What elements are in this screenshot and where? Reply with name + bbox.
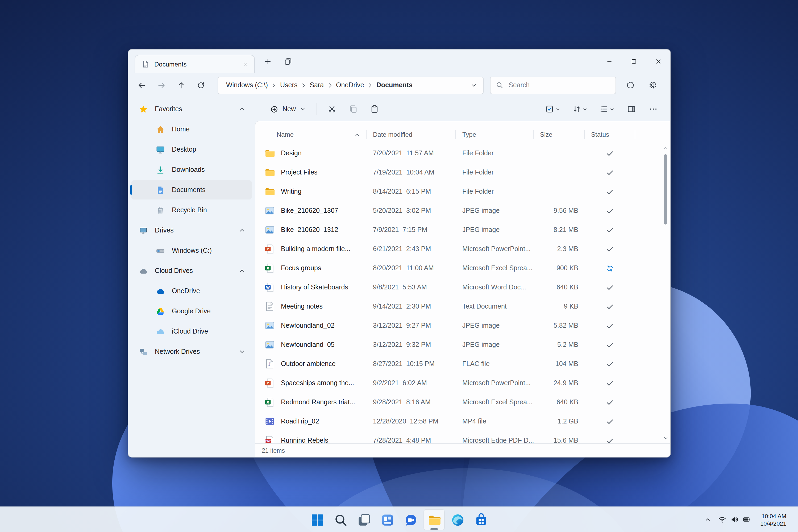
file-row-design[interactable]: Design7/20/2021 11:57 AMFile Folder [262, 144, 670, 163]
sort-icon [572, 105, 581, 113]
sidebar-item-recycle-bin[interactable]: Recycle Bin [131, 201, 252, 220]
sync-status-button[interactable] [621, 76, 640, 94]
scroll-down-button[interactable] [663, 435, 669, 441]
file-size [534, 163, 585, 182]
column-header-label: Status [591, 131, 609, 138]
sidebar-item-downloads[interactable]: Downloads [131, 160, 252, 179]
check-icon [606, 207, 614, 215]
sidebar-item-windows-c[interactable]: Windows (C:) [131, 241, 252, 260]
file-row-project-files[interactable]: Project Files7/19/2021 10:04 AMFile Fold… [262, 163, 670, 182]
volume-icon [730, 515, 738, 524]
tray-status-group[interactable] [715, 510, 754, 529]
address-dropdown-button[interactable] [467, 79, 480, 92]
chat-button[interactable] [400, 509, 421, 530]
maximize-button[interactable] [621, 50, 646, 73]
file-type: Microsoft Word Doc... [456, 278, 534, 297]
vertical-scrollbar[interactable] [662, 145, 669, 441]
file-row-meeting-notes[interactable]: Meeting notes9/14/2021 2:30 PMText Docum… [262, 297, 670, 316]
crumb-chevron-icon [301, 82, 306, 88]
up-button[interactable] [172, 76, 190, 94]
sidebar-section-cloud-drives[interactable]: Cloud Drives [131, 261, 252, 280]
close-button[interactable] [646, 50, 670, 73]
scrollbar-track[interactable] [662, 151, 669, 435]
refresh-button[interactable] [191, 76, 210, 94]
file-row-newfoundland-05[interactable]: Newfoundland_053/12/2021 9:32 PMJPEG ima… [262, 335, 670, 354]
widgets-button[interactable] [377, 509, 398, 530]
back-button[interactable] [132, 76, 151, 94]
scrollbar-thumb[interactable] [664, 154, 667, 225]
tab-close-button[interactable] [240, 58, 251, 70]
breadcrumb-segment-sara[interactable]: Sara [307, 80, 326, 90]
scroll-up-button[interactable] [663, 145, 669, 151]
file-status [585, 201, 635, 220]
excel-icon: X [264, 263, 275, 273]
hidden-icons-button[interactable] [702, 510, 714, 529]
new-button[interactable]: New [264, 100, 311, 118]
column-header-status[interactable]: Status [585, 129, 635, 140]
file-row-bike-210620-1307[interactable]: Bike_210620_13075/20/2021 3:02 PMJPEG im… [262, 201, 670, 220]
file-row-roadtrip-02[interactable]: RoadTrip_0212/28/2020 12:58 PMMP4 file1.… [262, 412, 670, 431]
tab-actions-button[interactable] [280, 54, 295, 69]
file-explorer-button[interactable] [423, 509, 445, 530]
file-row-writing[interactable]: Writing8/14/2021 6:15 PMFile Folder [262, 182, 670, 201]
file-type: File Folder [456, 144, 534, 163]
new-tab-button[interactable] [260, 54, 275, 69]
breadcrumb-segment-documents[interactable]: Documents [374, 80, 415, 90]
column-header-date-modified[interactable]: Date modified [366, 129, 456, 140]
sidebar-item-onedrive[interactable]: OneDrive [131, 281, 252, 301]
sort-button[interactable] [568, 100, 592, 118]
details-pane-button[interactable] [622, 100, 641, 118]
sidebar-item-icloud-drive[interactable]: iCloud Drive [131, 322, 252, 341]
explorer-tab-documents[interactable]: Documents [135, 55, 255, 73]
clock-button[interactable]: 10:04 AM 10/4/2021 [755, 510, 792, 529]
more-button[interactable] [644, 100, 663, 118]
image-icon [264, 205, 275, 216]
taskbar-search-button[interactable] [330, 509, 351, 530]
file-row-redmond-rangers-triat[interactable]: XRedmond Rangers triat...9/28/2021 8:16 … [262, 393, 670, 412]
file-row-outdoor-ambience[interactable]: ♪Outdoor ambience8/27/2021 10:15 PMFLAC … [262, 354, 670, 374]
sidebar-item-documents[interactable]: Documents [131, 180, 252, 200]
forward-button[interactable] [152, 76, 171, 94]
minimize-button[interactable] [597, 50, 621, 73]
paste-button[interactable] [365, 100, 384, 118]
file-row-spaceships-among-the[interactable]: PSpaceships among the...9/2/2021 6:02 AM… [262, 374, 670, 393]
file-row-running-rebels[interactable]: PDFRunning Rebels7/28/2021 4:48 PMMicros… [262, 431, 670, 443]
column-header-type[interactable]: Type [456, 129, 534, 140]
svg-text:P: P [267, 247, 269, 251]
file-status [585, 316, 635, 335]
column-header-name[interactable]: Name [262, 129, 366, 140]
sidebar-section-network-drives[interactable]: Network Drives [131, 342, 252, 361]
store-button[interactable] [470, 509, 492, 530]
sidebar-section-drives[interactable]: Drives [131, 221, 252, 240]
column-header-size[interactable]: Size [534, 129, 585, 140]
edge-button[interactable] [447, 509, 468, 530]
search-box[interactable] [490, 76, 616, 94]
start-button[interactable] [306, 509, 328, 530]
search-input[interactable] [508, 81, 610, 89]
breadcrumb-segment-onedrive[interactable]: OneDrive [333, 80, 367, 90]
file-row-newfoundland-02[interactable]: Newfoundland_023/12/2021 9:27 PMJPEG ima… [262, 316, 670, 335]
toggle-selection-button[interactable] [540, 100, 565, 118]
file-type: JPEG image [456, 220, 534, 240]
file-size: 2.3 MB [534, 240, 585, 259]
task-view-button[interactable] [353, 509, 375, 530]
file-row-history-of-skateboards[interactable]: WHistory of Skateboards9/8/2021 5:53 AMM… [262, 278, 670, 297]
file-row-building-a-modern-file[interactable]: PBuilding a modern file...6/21/2021 2:43… [262, 240, 670, 259]
file-status [585, 220, 635, 240]
sidebar-section-favorites[interactable]: Favorites [131, 99, 252, 119]
copy-button[interactable] [344, 100, 363, 118]
sync-icon [606, 264, 614, 272]
breadcrumb-segment-windows-c[interactable]: Windows (C:\) [224, 80, 270, 90]
sidebar-item-google-drive[interactable]: Google Drive [131, 302, 252, 321]
sidebar-item-desktop[interactable]: Desktop [131, 140, 252, 159]
file-status [585, 374, 635, 393]
file-row-bike-210620-1312[interactable]: Bike_210620_13127/9/2021 7:15 PMJPEG ima… [262, 220, 670, 240]
view-button[interactable] [595, 100, 619, 118]
breadcrumb-segment-users[interactable]: Users [278, 80, 300, 90]
column-header-label: Date modified [373, 131, 412, 138]
file-row-focus-groups[interactable]: XFocus groups8/20/2021 11:00 AMMicrosoft… [262, 259, 670, 278]
chevron-down-icon [610, 107, 614, 111]
settings-button[interactable] [644, 76, 662, 94]
cut-button[interactable] [322, 100, 342, 118]
sidebar-item-home[interactable]: Home [131, 120, 252, 139]
